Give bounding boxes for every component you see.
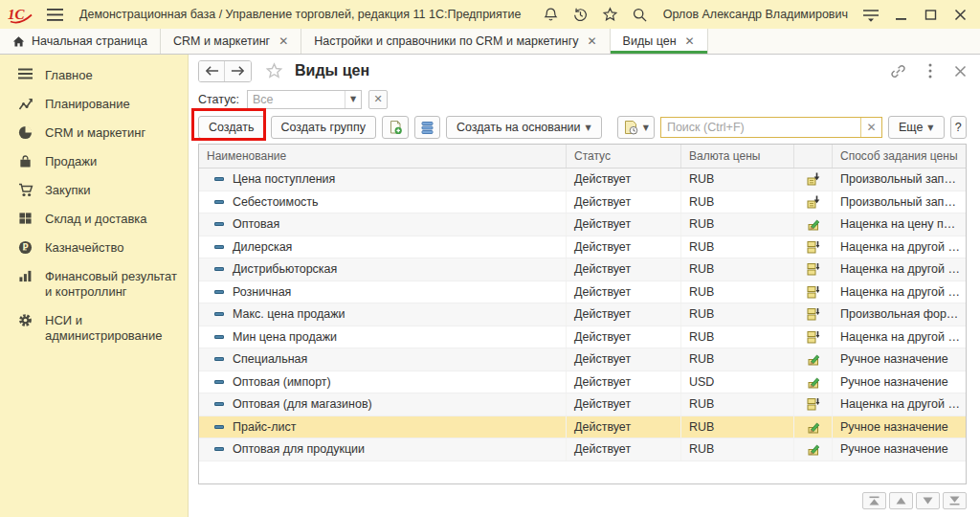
price-markup-icon bbox=[807, 307, 820, 321]
table-row[interactable]: Прайс-листДействуетRUBРучное назначение bbox=[199, 416, 966, 439]
status-cell: Действует bbox=[567, 303, 681, 326]
favorites-star-icon[interactable] bbox=[600, 4, 621, 25]
sidebar-item[interactable]: Склад и доставка bbox=[0, 205, 188, 234]
status-cell: Действует bbox=[567, 348, 681, 371]
price-type-name: Оптовая bbox=[233, 217, 279, 231]
column-header-currency[interactable]: Валюта цены bbox=[681, 145, 794, 168]
main-menu-icon[interactable] bbox=[44, 4, 65, 25]
go-next-button[interactable] bbox=[916, 492, 940, 509]
tab-1[interactable]: Начальная страница bbox=[0, 29, 161, 54]
column-header-status[interactable]: Статус bbox=[567, 145, 681, 168]
method-icon-cell bbox=[794, 214, 833, 236]
method-cell: Ручное назначение bbox=[833, 371, 966, 393]
current-user[interactable]: Орлов Александр Владимирович bbox=[663, 8, 848, 21]
tab-close-icon[interactable]: ✕ bbox=[588, 35, 597, 47]
copy-item-icon bbox=[388, 120, 403, 135]
history-icon[interactable] bbox=[570, 4, 591, 25]
price-type-name: Себестоимость bbox=[233, 195, 319, 209]
window-title: Демонстрационная база / Управление торго… bbox=[79, 8, 522, 21]
price-type-name: Дистрибьюторская bbox=[233, 262, 337, 276]
tab-3[interactable]: Настройки и справочники по CRM и маркети… bbox=[301, 29, 610, 54]
create-group-button[interactable]: Создать группу bbox=[271, 116, 376, 139]
go-first-button[interactable] bbox=[862, 492, 886, 509]
go-prev-button[interactable] bbox=[889, 492, 913, 509]
help-button[interactable]: ? bbox=[950, 116, 968, 139]
currency-cell: RUB bbox=[681, 393, 794, 416]
tab-4[interactable]: Виды цен✕ bbox=[611, 29, 708, 54]
sidebar-item-label: Главное bbox=[45, 68, 93, 83]
table-row[interactable]: Цена поступленияДействуетRUBПроизвольный… bbox=[199, 169, 966, 191]
search-input[interactable] bbox=[661, 118, 860, 137]
sidebar-item[interactable]: Финансовый результат и контроллинг bbox=[0, 262, 188, 306]
status-cell: Действует bbox=[567, 281, 681, 303]
sidebar-item[interactable]: НСИ и администрирование bbox=[0, 306, 188, 350]
minimize-icon[interactable] bbox=[890, 4, 911, 25]
tab-close-icon[interactable]: ✕ bbox=[278, 35, 288, 47]
status-filter-combobox[interactable]: Все ▼ bbox=[247, 90, 362, 109]
close-form-icon[interactable] bbox=[954, 65, 967, 78]
tab-2[interactable]: CRM и маркетинг✕ bbox=[161, 29, 301, 54]
create-based-on-button[interactable]: Создать на основании ▼ bbox=[446, 116, 602, 139]
table-row[interactable]: РозничнаяДействуетRUBНаценка на другой в… bbox=[199, 281, 966, 304]
get-link-icon[interactable] bbox=[890, 63, 906, 79]
price-type-name: Специальная bbox=[233, 352, 307, 366]
service-menu-icon[interactable] bbox=[860, 4, 881, 25]
sidebar-item[interactable]: Закупки bbox=[0, 176, 188, 205]
more-button[interactable]: Еще ▼ bbox=[888, 116, 945, 139]
table-row[interactable]: СебестоимостьДействуетRUBПроизвольный за… bbox=[199, 191, 966, 214]
maximize-icon[interactable] bbox=[920, 4, 941, 25]
price-markup-icon bbox=[807, 330, 820, 344]
forward-button[interactable] bbox=[225, 61, 251, 81]
sidebar-item[interactable]: Главное bbox=[0, 61, 188, 90]
copy-item-button[interactable] bbox=[382, 116, 409, 139]
column-header-method-icon[interactable] bbox=[794, 145, 833, 168]
filter-clear-button[interactable]: ✕ bbox=[368, 90, 388, 109]
method-icon-cell bbox=[794, 191, 833, 214]
price-markup-icon bbox=[807, 240, 820, 254]
sidebar-item[interactable]: Продажи bbox=[0, 147, 188, 176]
svg-text:P: P bbox=[22, 242, 28, 252]
name-cell: Розничная bbox=[199, 281, 567, 303]
sidebar-item[interactable]: CRM и маркетинг bbox=[0, 119, 188, 147]
table-row[interactable]: Мин цена продажиДействуетRUBНаценка на д… bbox=[199, 326, 966, 349]
search-clear-button[interactable]: ✕ bbox=[860, 118, 881, 137]
sidebar-item[interactable]: Планирование bbox=[0, 90, 188, 119]
table-row[interactable]: Макс. цена продажиДействуетRUBПроизвольн… bbox=[199, 303, 966, 326]
kebab-menu-icon[interactable] bbox=[928, 63, 932, 79]
history-nav-group bbox=[198, 60, 252, 82]
create-button[interactable]: Создать bbox=[198, 116, 265, 139]
close-icon[interactable] bbox=[949, 4, 970, 25]
name-cell: Себестоимость bbox=[199, 191, 567, 214]
table-row[interactable]: ОптоваяДействуетRUBНаценка на цену по… bbox=[199, 214, 966, 236]
table-row[interactable]: Оптовая (импорт)ДействуетUSDРучное назна… bbox=[199, 371, 966, 394]
table-row[interactable]: Оптовая (для магазинов)ДействуетRUBНацен… bbox=[199, 393, 966, 416]
price-type-name: Прайс-лист bbox=[233, 420, 297, 434]
favorite-page-star-icon[interactable] bbox=[265, 62, 283, 80]
column-header-method[interactable]: Способ задания цены bbox=[833, 145, 966, 168]
column-header-name[interactable]: Наименование bbox=[199, 145, 567, 168]
notifications-bell-icon[interactable] bbox=[541, 4, 562, 25]
sidebar-item[interactable]: PКазначейство bbox=[0, 234, 188, 262]
currency-cell: RUB bbox=[681, 236, 794, 258]
search-icon[interactable] bbox=[630, 4, 651, 25]
back-button[interactable] bbox=[199, 61, 225, 81]
bars-icon bbox=[17, 269, 33, 282]
table-row[interactable]: ДилерскаяДействуетRUBНаценка на другой в… bbox=[199, 236, 966, 259]
go-last-button[interactable] bbox=[943, 492, 967, 509]
price-type-name: Оптовая для продукции bbox=[233, 442, 365, 456]
table-row[interactable]: ДистрибьюторскаяДействуетRUBНаценка на д… bbox=[199, 258, 966, 281]
method-icon-cell bbox=[794, 348, 833, 371]
name-cell: Оптовая bbox=[199, 214, 567, 236]
more-label: Еще bbox=[899, 121, 923, 134]
tab-close-icon[interactable]: ✕ bbox=[685, 35, 695, 47]
report-button[interactable]: ▼ bbox=[617, 116, 655, 139]
sidebar-item-label: Склад и доставка bbox=[45, 212, 147, 227]
method-cell: Ручное назначение bbox=[833, 416, 966, 438]
table-row[interactable]: Оптовая для продукцииДействуетRUBРучное … bbox=[199, 438, 966, 461]
name-cell: Макс. цена продажи bbox=[199, 303, 567, 326]
list-settings-button[interactable] bbox=[414, 116, 440, 139]
table-row[interactable]: СпециальнаяДействуетRUBРучное назначение bbox=[199, 348, 966, 371]
price-type-icon bbox=[214, 425, 224, 429]
combo-dropdown-icon[interactable]: ▼ bbox=[345, 91, 361, 108]
create-based-on-label: Создать на основании bbox=[457, 121, 581, 134]
